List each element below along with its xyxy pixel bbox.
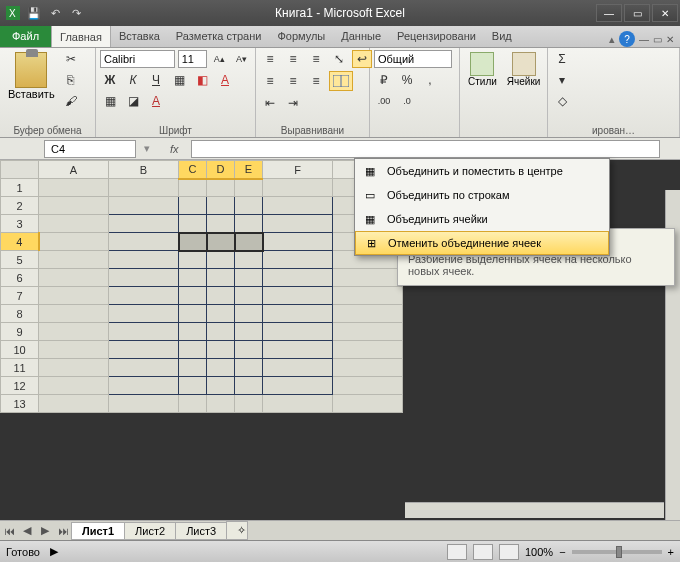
more-font-icon[interactable]: A <box>146 92 166 110</box>
cell-F8[interactable] <box>263 305 333 323</box>
tab-insert[interactable]: Вставка <box>111 25 168 47</box>
cell-A6[interactable] <box>39 269 109 287</box>
cell-B12[interactable] <box>109 377 179 395</box>
cell-B13[interactable] <box>109 395 179 413</box>
cell-F13[interactable] <box>263 395 333 413</box>
border-icon[interactable]: ▦ <box>169 71 189 89</box>
cell-B5[interactable] <box>109 251 179 269</box>
cell-D11[interactable] <box>207 359 235 377</box>
cell-E11[interactable] <box>235 359 263 377</box>
sheet-tab-1[interactable]: Лист1 <box>71 522 125 540</box>
cell-G13[interactable] <box>333 395 403 413</box>
zoom-level[interactable]: 100% <box>525 546 553 558</box>
cell-A3[interactable] <box>39 215 109 233</box>
cell-B9[interactable] <box>109 323 179 341</box>
column-header-D[interactable]: D <box>207 161 235 179</box>
row-header-3[interactable]: 3 <box>1 215 39 233</box>
cell-B7[interactable] <box>109 287 179 305</box>
cell-E9[interactable] <box>235 323 263 341</box>
save-icon[interactable]: 💾 <box>25 4 43 22</box>
cell-A9[interactable] <box>39 323 109 341</box>
sheet-nav-prev-icon[interactable]: ◀ <box>18 522 36 540</box>
cell-D2[interactable] <box>207 197 235 215</box>
clear-icon[interactable]: ◇ <box>552 92 572 110</box>
cell-E2[interactable] <box>235 197 263 215</box>
name-box[interactable]: C4 <box>44 140 136 158</box>
cell-C3[interactable] <box>179 215 207 233</box>
sheet-nav-last-icon[interactable]: ⏭ <box>54 522 72 540</box>
menu-unmerge-cells[interactable]: ⊞ Отменить объединение ячеек <box>355 231 609 255</box>
doc-restore-icon[interactable]: ▭ <box>653 34 662 45</box>
tab-home[interactable]: Главная <box>51 25 111 47</box>
cell-E12[interactable] <box>235 377 263 395</box>
cell-A1[interactable] <box>39 179 109 197</box>
column-header-F[interactable]: F <box>263 161 333 179</box>
tab-formulas[interactable]: Формулы <box>269 25 333 47</box>
increase-font-icon[interactable]: A▴ <box>210 50 229 68</box>
sheet-tab-2[interactable]: Лист2 <box>124 522 176 540</box>
italic-icon[interactable]: К <box>123 71 143 89</box>
paste-button[interactable]: Вставить <box>4 50 59 102</box>
align-right-icon[interactable]: ≡ <box>306 72 326 90</box>
doc-close-icon[interactable]: ✕ <box>666 34 674 45</box>
borders-icon[interactable]: ▦ <box>100 92 120 110</box>
row-header-11[interactable]: 11 <box>1 359 39 377</box>
cell-E4[interactable] <box>235 233 263 251</box>
fill-icon[interactable]: ◪ <box>123 92 143 110</box>
cell-F5[interactable] <box>263 251 333 269</box>
styles-button[interactable]: Стили <box>464 50 501 89</box>
cell-D7[interactable] <box>207 287 235 305</box>
zoom-slider[interactable] <box>572 550 662 554</box>
cell-A13[interactable] <box>39 395 109 413</box>
excel-icon[interactable]: X <box>4 4 22 22</box>
cell-E7[interactable] <box>235 287 263 305</box>
row-header-7[interactable]: 7 <box>1 287 39 305</box>
align-center-icon[interactable]: ≡ <box>283 72 303 90</box>
currency-icon[interactable]: ₽ <box>374 71 394 89</box>
close-button[interactable]: ✕ <box>652 4 678 22</box>
select-all-corner[interactable] <box>1 161 39 179</box>
format-painter-icon[interactable]: 🖌 <box>61 92 81 110</box>
cell-F9[interactable] <box>263 323 333 341</box>
cell-F1[interactable] <box>263 179 333 197</box>
fx-icon[interactable]: fx <box>170 143 179 155</box>
cell-D13[interactable] <box>207 395 235 413</box>
cell-C2[interactable] <box>179 197 207 215</box>
cell-F11[interactable] <box>263 359 333 377</box>
cell-D10[interactable] <box>207 341 235 359</box>
record-macro-icon[interactable]: ▶ <box>50 545 58 558</box>
cell-D8[interactable] <box>207 305 235 323</box>
underline-icon[interactable]: Ч <box>146 71 166 89</box>
cell-B10[interactable] <box>109 341 179 359</box>
cell-E3[interactable] <box>235 215 263 233</box>
cell-C11[interactable] <box>179 359 207 377</box>
cell-C1[interactable] <box>179 179 207 197</box>
cell-G9[interactable] <box>333 323 403 341</box>
cell-C13[interactable] <box>179 395 207 413</box>
column-header-B[interactable]: B <box>109 161 179 179</box>
tab-page-layout[interactable]: Разметка страни <box>168 25 270 47</box>
cell-F10[interactable] <box>263 341 333 359</box>
cell-C5[interactable] <box>179 251 207 269</box>
font-size-combo[interactable]: 11 <box>178 50 207 68</box>
align-middle-icon[interactable]: ≡ <box>283 50 303 68</box>
row-header-4[interactable]: 4 <box>1 233 39 251</box>
file-tab[interactable]: Файл <box>0 25 51 47</box>
cell-A7[interactable] <box>39 287 109 305</box>
cell-D4[interactable] <box>207 233 235 251</box>
row-header-1[interactable]: 1 <box>1 179 39 197</box>
font-name-combo[interactable]: Calibri <box>100 50 175 68</box>
help-icon[interactable]: ? <box>619 31 635 47</box>
align-top-icon[interactable]: ≡ <box>260 50 280 68</box>
copy-icon[interactable]: ⎘ <box>61 71 81 89</box>
cell-D3[interactable] <box>207 215 235 233</box>
cell-B2[interactable] <box>109 197 179 215</box>
tab-view[interactable]: Вид <box>484 25 520 47</box>
row-header-12[interactable]: 12 <box>1 377 39 395</box>
zoom-in-icon[interactable]: + <box>668 546 674 558</box>
cell-E5[interactable] <box>235 251 263 269</box>
cell-B1[interactable] <box>109 179 179 197</box>
cell-C4[interactable] <box>179 233 207 251</box>
wrap-text-icon[interactable]: ↩ <box>352 50 372 68</box>
autosum-icon[interactable]: Σ <box>552 50 572 68</box>
